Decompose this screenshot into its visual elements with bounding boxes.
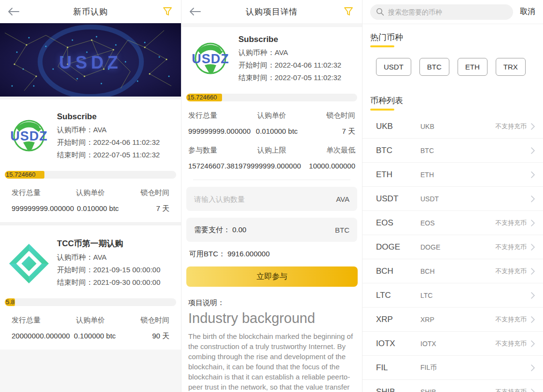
coin-symbol: SHIB [376,387,420,392]
coin-name: IOTX [420,340,495,348]
card-stats: 发行总量 认购单价 锁仓时间 20000000.000000 0.100000 … [0,316,181,341]
description-body: The birth of the blockchain marked the b… [188,331,355,392]
page-title: 认购项目详情 [246,6,298,17]
stat-value: 0.010000 btc [251,127,303,136]
coin-note: 不支持充币 [495,388,527,392]
end-value: 2022-07-05 11:02:32 [275,73,341,82]
available-value: 9916.000000 [227,250,270,258]
hot-coins-title: 热门币种 [370,32,535,43]
hot-coin-chip[interactable]: BTC [419,58,449,76]
card-title: TCC币第一期认购 [57,238,175,249]
chevron-right-icon [530,388,535,392]
amount-input-box: AVA [186,187,357,211]
stat-value: 90 天 [120,332,169,341]
list-item[interactable]: XRPXRP不支持充币 [362,308,543,332]
mid-header: 认购项目详情 [181,0,362,23]
coin-line: 认购币种：AVA [57,253,175,262]
cancel-button[interactable]: 取消 [520,7,535,17]
back-button[interactable] [188,5,202,18]
start-value: 2022-04-06 11:02:32 [93,138,160,146]
svg-text:USDZ: USDZ [10,129,48,143]
hot-coin-chip[interactable]: USDT [376,58,411,76]
end-label: 结束时间： [238,73,275,82]
coin-symbol: ETH [376,170,420,180]
coin-name: XRP [420,316,495,323]
coin-label: 认购币种： [57,253,93,261]
stat-value: 999999999.000000 [12,204,74,213]
list-item[interactable]: DOGEDOGE不支持充币 [362,235,543,259]
start-label: 开始时间： [238,61,275,69]
coin-name: BCH [420,267,495,275]
search-header: 取消 [362,0,543,24]
stat-label: 参与数量 [188,146,244,155]
coin-name: DOGE [420,243,495,251]
pay-unit: BTC [335,226,349,234]
progress-fill: 15.724660 [186,94,222,101]
list-item[interactable]: FILFIL币 [362,356,543,380]
list-item[interactable]: BCHBCH不支持充币 [362,259,543,283]
panel-subscription-detail: 认购项目详情 USDZ Subscribe 认购币种：AVA [181,0,362,392]
subscription-card[interactable]: TCC币第一期认购 认购币种：AVA 开始时间：2021-09-15 00:00… [0,225,181,350]
stat-value: 7 天 [122,204,169,213]
panel-subscription-list: 新币认购 [0,0,181,392]
divider [193,180,350,180]
coin-name: SHIB [420,388,495,392]
svg-text:USDZ: USDZ [192,52,229,66]
coin-name: ETH [420,171,527,179]
title-underline [370,109,394,111]
list-item[interactable]: EOSEOS不支持充币 [362,211,543,235]
coin-symbol: USDT [376,194,420,204]
chevron-right-icon [530,340,535,348]
coin-label: 认购币种： [57,126,93,134]
usdz-logo: USDZ [6,110,52,163]
filter-button[interactable] [161,5,174,18]
coin-list: UKBUKB不支持充币 BTCBTC ETHETH USDTUSDT EOSEO… [362,114,543,392]
end-value: 2022-07-05 11:02:32 [93,151,160,159]
stat-value: 9999999.000000 [247,162,301,170]
list-item[interactable]: LTCLTC [362,283,543,308]
coin-symbol: IOTX [376,339,420,349]
page-title: 新币认购 [73,6,108,17]
end-value: 2021-09-30 00:00:00 [93,278,160,286]
hot-coin-chip[interactable]: ETH [458,58,487,76]
stat-value: 10000.000000 [301,162,355,170]
end-line: 结束时间：2022-07-05 11:02:32 [238,73,356,83]
coin-name: LTC [420,292,527,299]
stat-label: 锁仓时间 [300,111,355,120]
list-item[interactable]: ETHETH [362,163,543,187]
tcc-logo [6,236,52,291]
list-item[interactable]: USDTUSDT [362,187,543,211]
promo-banner[interactable]: USDZ [0,23,181,97]
coin-note: 不支持充币 [495,315,527,324]
stat-label: 锁仓时间 [117,188,169,197]
back-button[interactable] [7,5,20,18]
project-title: Subscribe [238,35,356,44]
usdz-logo: USDZ [187,33,234,86]
hot-coin-chip[interactable]: TRX [496,58,526,76]
divider [181,23,362,27]
progress-bar: 15.724660 [186,94,357,101]
search-input[interactable] [388,8,507,16]
card-stats: 发行总量 认购单价 锁仓时间 999999999.000000 0.010000… [0,188,181,213]
join-now-button[interactable]: 立即参与 [186,266,358,287]
chevron-right-icon [530,243,535,251]
app: 新币认购 [0,0,543,392]
list-item[interactable]: SHIBSHIB不支持充币 [362,380,543,392]
search-bar[interactable] [370,4,513,20]
list-item[interactable]: IOTXIOTX不支持充币 [362,332,543,356]
stat-value: 0.010000 btc [74,204,122,213]
stat-label: 认购上限 [244,146,299,155]
stat-label: 认购单价 [64,188,117,197]
coin-symbol: BCH [376,266,420,276]
divider [0,222,181,225]
filter-button[interactable] [342,5,355,18]
amount-input[interactable] [194,195,336,203]
coin-note: 不支持充币 [495,267,527,276]
list-item[interactable]: BTCBTC [362,139,543,163]
chevron-right-icon [530,316,535,323]
subscription-card[interactable]: USDZ Subscribe 认购币种：AVA 开始时间：2022-04-06 … [0,99,181,222]
coin-note: 不支持充币 [495,219,527,227]
stat-label: 单次最低 [300,146,355,155]
list-item[interactable]: UKBUKB不支持充币 [362,114,543,139]
stat-label: 发行总量 [188,111,244,120]
